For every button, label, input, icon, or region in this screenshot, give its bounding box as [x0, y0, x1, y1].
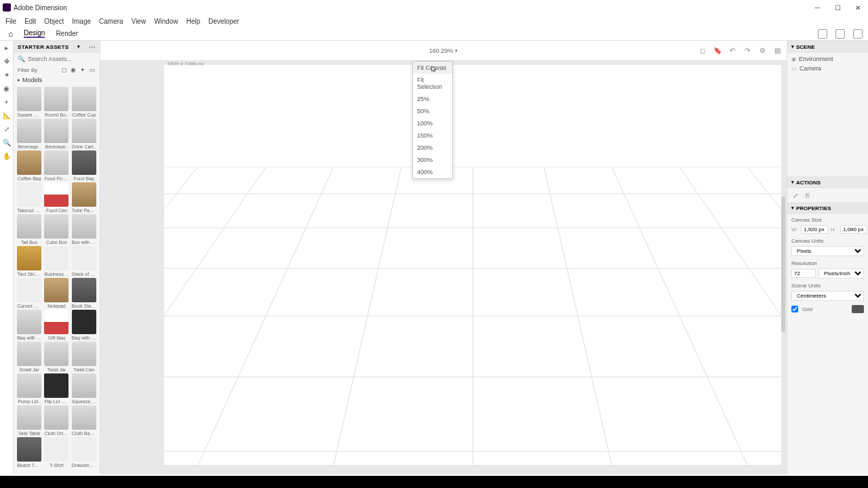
zoom-100[interactable]: 100%	[413, 117, 452, 129]
menu-view[interactable]: View	[132, 18, 146, 25]
zoom-50[interactable]: 50%	[413, 105, 452, 117]
canvas-area[interactable]: Tutorial_Tiny_Teacups* 160.29% ▾ ◻ 🔖 ↶ ↷…	[100, 41, 787, 474]
asset-thumb[interactable]: Tube Pack..	[71, 182, 97, 213]
asset-thumb[interactable]: Cube Box	[43, 214, 69, 245]
menu-edit[interactable]: Edit	[24, 18, 36, 25]
asset-thumb[interactable]: Food Pouch	[43, 150, 69, 181]
actions-header[interactable]: ACTIONS	[787, 176, 868, 188]
asset-thumb[interactable]: Bag with W..	[16, 310, 42, 340]
maximize-button[interactable]: ☐	[827, 0, 848, 15]
sampler-tool[interactable]: ◉	[3, 84, 11, 92]
asset-thumb[interactable]: Small Jar	[16, 342, 42, 372]
resolution-unit-select[interactable]: Pixels/Inch	[818, 268, 864, 279]
menu-file[interactable]: File	[5, 18, 16, 25]
wand-tool[interactable]: ✦	[3, 70, 11, 79]
scene-environment[interactable]: ◉Environment	[791, 54, 864, 64]
asset-thumb[interactable]: Drawstring..	[71, 437, 97, 468]
asset-thumb[interactable]: T-Shirt	[43, 437, 69, 468]
asset-thumb[interactable]: Curved Pla..	[16, 278, 42, 308]
asset-thumb[interactable]: Flip Lid Bo..	[43, 373, 69, 404]
zoom-300[interactable]: 300%	[413, 154, 452, 166]
asset-thumb[interactable]: Box with O..	[71, 214, 97, 245]
zoom-tool[interactable]: 🔍	[3, 138, 11, 146]
scene-camera[interactable]: ▭Camera	[791, 64, 864, 73]
asset-thumb[interactable]: Round Bo..	[43, 87, 69, 117]
asset-thumb[interactable]: Business C..	[43, 246, 69, 277]
scene-header[interactable]: SCENE	[787, 41, 868, 53]
menu-help[interactable]: Help	[186, 18, 201, 25]
search-input[interactable]	[28, 56, 100, 62]
asset-thumb[interactable]: Coffee Bag	[16, 150, 42, 181]
asset-thumb[interactable]: Takeout Box	[16, 182, 42, 213]
bookmark-icon[interactable]: 🔖	[713, 47, 722, 55]
help-icon[interactable]	[835, 29, 845, 39]
tab-render[interactable]: Render	[56, 30, 78, 37]
zoom-200[interactable]: 200%	[413, 142, 452, 154]
menu-developer[interactable]: Developer	[208, 18, 239, 25]
view-settings-icon[interactable]: ▤	[773, 47, 781, 55]
asset-thumb[interactable]: Bag with C..	[71, 310, 97, 340]
panel-menu-icon[interactable]: ⋯	[89, 43, 96, 51]
properties-header[interactable]: PROPERTIES	[787, 202, 868, 214]
filter-models-icon[interactable]: ◻	[62, 66, 66, 73]
asset-thumb[interactable]: Gift Bag	[43, 310, 69, 340]
asset-thumb[interactable]: Food Can	[43, 182, 69, 213]
menu-camera[interactable]: Camera	[99, 18, 123, 25]
canvas[interactable]	[164, 65, 781, 465]
filter-lights-icon[interactable]: ✦	[80, 66, 85, 73]
menu-object[interactable]: Object	[44, 18, 64, 25]
asset-thumb[interactable]: Beverage..	[16, 119, 42, 149]
asset-thumb[interactable]: Tall Box	[16, 214, 42, 245]
canvas-units-select[interactable]: Pixels	[791, 246, 864, 256]
home-icon[interactable]: ⌂	[8, 29, 13, 39]
move-tool[interactable]: ✥	[3, 57, 11, 65]
select-tool[interactable]: ▸	[3, 43, 11, 52]
feedback-icon[interactable]	[853, 29, 863, 39]
resolution-input[interactable]	[791, 269, 816, 278]
asset-thumb[interactable]: Square Bo..	[16, 87, 42, 117]
asset-thumb[interactable]: Tied String..	[16, 246, 42, 277]
action-resize-icon[interactable]: ⤢	[791, 191, 800, 199]
tab-design[interactable]: Design	[24, 29, 45, 38]
models-section[interactable]: Models	[14, 75, 100, 85]
scene-units-select[interactable]: Centimeters	[791, 291, 864, 301]
height-input[interactable]	[840, 225, 867, 234]
asset-thumb[interactable]: Twist Can	[71, 342, 97, 372]
grid-color-swatch[interactable]	[852, 305, 864, 313]
asset-thumb[interactable]: Drink Cart..	[71, 119, 97, 149]
scrollbar[interactable]	[781, 197, 785, 332]
asset-thumb[interactable]: Squeeze T..	[71, 373, 97, 404]
close-button[interactable]: ✕	[848, 0, 868, 15]
asset-thumb[interactable]: Food Bag	[71, 150, 97, 181]
camera-settings-icon[interactable]: ⚙	[758, 47, 766, 55]
filter-materials-icon[interactable]: ◉	[71, 66, 76, 73]
zoom-150[interactable]: 150%	[413, 129, 452, 142]
asset-thumb[interactable]: Beverage..	[43, 119, 69, 149]
hand-tool[interactable]: ✋	[3, 152, 11, 160]
asset-thumb[interactable]: Notepad	[43, 278, 69, 308]
asset-thumb[interactable]: Coffee Cup	[71, 87, 97, 117]
asset-thumb[interactable]: Pump Lid..	[16, 373, 42, 404]
zoom-fit-selection[interactable]: Fit Selection	[413, 74, 452, 93]
assets-header[interactable]: STARTER ASSETS ▾ ⋯	[14, 41, 100, 53]
share-icon[interactable]	[818, 29, 827, 39]
filter-images-icon[interactable]: ▭	[90, 66, 96, 73]
ruler-tool[interactable]: 📐	[3, 111, 11, 119]
asset-thumb[interactable]: Twist Jar	[43, 342, 69, 372]
minimize-button[interactable]: ─	[807, 0, 827, 15]
menu-window[interactable]: Window	[154, 18, 178, 25]
asset-thumb[interactable]: Book Stan..	[71, 278, 97, 308]
zoom-fit-canvas[interactable]: Fit Canvas	[413, 62, 452, 74]
orbit-tool[interactable]: ⤢	[3, 125, 11, 133]
width-input[interactable]	[801, 225, 828, 234]
asset-thumb[interactable]: Cloth On T..	[43, 405, 69, 436]
asset-thumb[interactable]: Beach Tow..	[16, 437, 42, 468]
zoom-25[interactable]: 25%	[413, 93, 452, 105]
undo-icon[interactable]: ↶	[728, 47, 736, 55]
asset-thumb[interactable]: Cloth Back..	[71, 405, 97, 436]
redo-icon[interactable]: ↷	[743, 47, 751, 55]
zoom-control[interactable]: 160.29% ▾	[429, 47, 458, 54]
zoom-400[interactable]: 400%	[413, 166, 452, 178]
grid-checkbox[interactable]	[791, 306, 798, 312]
action-link-icon[interactable]: ⎘	[804, 191, 812, 199]
